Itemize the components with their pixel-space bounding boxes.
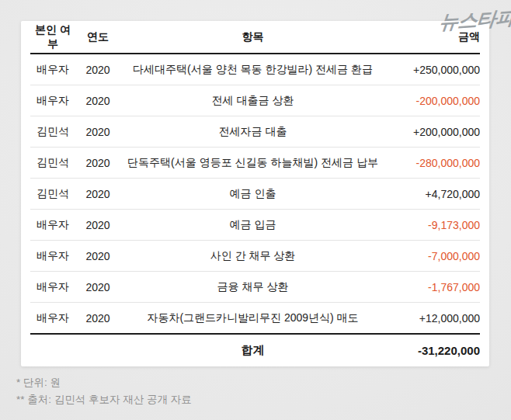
infographic-canvas: { "watermark": { "logo_text": "뉴스타파" }, …: [0, 0, 511, 420]
table-row: 배우자 2020 전세 대출금 상환 -200,000,000: [30, 85, 480, 116]
year-cell: 2020: [75, 85, 120, 116]
amount-cell: -280,000,000: [385, 148, 480, 179]
table-footer: 합계 -31,220,000: [30, 334, 480, 366]
item-cell: 다세대주택(서울 양천 목동 한강빌라) 전세금 환급: [120, 54, 385, 85]
amount-cell: -7,000,000: [385, 241, 480, 272]
year-cell: 2020: [75, 179, 120, 210]
item-cell: 전세 대출금 상환: [120, 85, 385, 116]
table-row: 김민석 2020 단독주택(서울 영등포 신길동 하늘채빌) 전세금 납부 -2…: [30, 148, 480, 179]
item-cell: 전세자금 대출: [120, 116, 385, 148]
item-cell: 자동차(그랜드카니발리무진 2009년식) 매도: [120, 303, 385, 335]
footnotes: * 단위: 원 ** 출처: 김민석 후보자 재산 공개 자료: [16, 374, 192, 408]
amount-cell: +12,000,000: [385, 303, 480, 335]
header-row: 본인 여부 연도 항목 금액: [30, 21, 480, 54]
footnote-unit: * 단위: 원: [16, 374, 192, 391]
year-cell: 2020: [75, 116, 120, 148]
total-empty-cell: [30, 334, 75, 366]
header-item: 항목: [120, 21, 385, 54]
who-cell: 배우자: [30, 210, 75, 241]
item-cell: 금융 채무 상환: [120, 272, 385, 303]
year-cell: 2020: [75, 303, 120, 335]
table-row: 김민석 2020 전세자금 대출 +200,000,000: [30, 116, 480, 148]
item-cell: 사인 간 채무 상환: [120, 241, 385, 272]
item-cell: 예금 입금: [120, 210, 385, 241]
table-header: 본인 여부 연도 항목 금액: [30, 21, 480, 54]
year-cell: 2020: [75, 241, 120, 272]
year-cell: 2020: [75, 272, 120, 303]
asset-changes-table: 본인 여부 연도 항목 금액 배우자 2020 다세대주택(서울 양천 목동 한…: [30, 21, 480, 366]
who-cell: 배우자: [30, 54, 75, 85]
year-cell: 2020: [75, 210, 120, 241]
table-row: 김민석 2020 예금 인출 +4,720,000: [30, 179, 480, 210]
who-cell: 김민석: [30, 179, 75, 210]
who-cell: 김민석: [30, 116, 75, 148]
amount-cell: -9,173,000: [385, 210, 480, 241]
total-row: 합계 -31,220,000: [30, 334, 480, 366]
who-cell: 김민석: [30, 148, 75, 179]
table-card: 본인 여부 연도 항목 금액 배우자 2020 다세대주택(서울 양천 목동 한…: [21, 21, 489, 366]
table-row: 배우자 2020 사인 간 채무 상환 -7,000,000: [30, 241, 480, 272]
footnote-source: ** 출처: 김민석 후보자 재산 공개 자료: [16, 391, 192, 408]
amount-cell: -200,000,000: [385, 85, 480, 116]
table-row: 배우자 2020 다세대주택(서울 양천 목동 한강빌라) 전세금 환급 +25…: [30, 54, 480, 85]
who-cell: 배우자: [30, 303, 75, 335]
table-row: 배우자 2020 예금 입금 -9,173,000: [30, 210, 480, 241]
who-cell: 배우자: [30, 85, 75, 116]
amount-cell: +250,000,000: [385, 54, 480, 85]
table-row: 배우자 2020 금융 채무 상환 -1,767,000: [30, 272, 480, 303]
year-cell: 2020: [75, 148, 120, 179]
year-cell: 2020: [75, 54, 120, 85]
amount-cell: +200,000,000: [385, 116, 480, 148]
amount-cell: +4,720,000: [385, 179, 480, 210]
total-empty-cell: [75, 334, 120, 366]
total-amount-cell: -31,220,000: [385, 334, 480, 366]
amount-cell: -1,767,000: [385, 272, 480, 303]
header-year: 연도: [75, 21, 120, 54]
table-row: 배우자 2020 자동차(그랜드카니발리무진 2009년식) 매도 +12,00…: [30, 303, 480, 335]
header-who: 본인 여부: [30, 21, 75, 54]
item-cell: 단독주택(서울 영등포 신길동 하늘채빌) 전세금 납부: [120, 148, 385, 179]
total-label-cell: 합계: [120, 334, 385, 366]
newstapa-logo: 뉴스타파: [438, 5, 511, 36]
who-cell: 배우자: [30, 272, 75, 303]
table-body: 배우자 2020 다세대주택(서울 양천 목동 한강빌라) 전세금 환급 +25…: [30, 54, 480, 334]
who-cell: 배우자: [30, 241, 75, 272]
item-cell: 예금 인출: [120, 179, 385, 210]
